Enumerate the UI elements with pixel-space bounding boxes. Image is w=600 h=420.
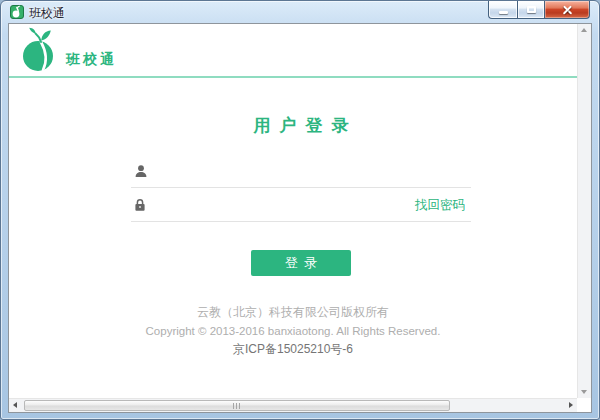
login-form: 用户登录 找回密码 登录	[131, 114, 471, 276]
app-window: 班校通 班校通 用户登录	[0, 0, 600, 420]
footer: 云教（北京）科技有限公司版权所有 Copyright © 2013-2016 b…	[9, 304, 577, 358]
minimize-icon	[499, 11, 508, 14]
footer-copyright-line: Copyright © 2013-2016 banxiaotong. All R…	[9, 325, 577, 337]
page-title: 用户登录	[131, 114, 471, 134]
footer-icp-line: 京ICP备15025210号-6	[9, 341, 577, 358]
logo-text: 班校通	[66, 51, 117, 69]
content-panel: 班校通 用户登录 找回密码 登录	[8, 23, 592, 413]
lock-icon	[134, 198, 146, 212]
titlebar[interactable]: 班校通	[1, 1, 599, 23]
login-button[interactable]: 登录	[251, 250, 351, 276]
forgot-password-link[interactable]: 找回密码	[415, 197, 465, 214]
footer-company-line: 云教（北京）科技有限公司版权所有	[9, 304, 577, 321]
password-field-row: 找回密码	[131, 194, 471, 222]
scroll-right-icon[interactable]	[569, 402, 573, 408]
username-input[interactable]	[158, 163, 471, 185]
vertical-scrollbar[interactable]	[577, 24, 591, 398]
sprout-logo-icon	[21, 27, 65, 73]
scroll-up-icon[interactable]	[581, 28, 587, 32]
scroll-left-icon[interactable]	[13, 402, 17, 408]
sprout-app-icon	[10, 5, 24, 19]
minimize-button[interactable]	[488, 1, 517, 19]
maximize-icon	[527, 6, 536, 13]
scroll-down-icon[interactable]	[581, 390, 587, 394]
horizontal-scrollbar[interactable]	[9, 398, 577, 412]
header-divider	[9, 76, 577, 78]
person-icon	[134, 164, 148, 178]
maximize-button[interactable]	[517, 1, 545, 19]
close-button[interactable]	[545, 1, 590, 19]
horizontal-scrollbar-thumb[interactable]	[24, 400, 450, 411]
window-controls	[488, 1, 590, 19]
close-icon	[562, 5, 573, 15]
password-input[interactable]	[156, 197, 415, 219]
window-title: 班校通	[29, 5, 65, 22]
scrollbar-grip-icon	[233, 403, 241, 409]
username-field-row	[131, 160, 471, 188]
